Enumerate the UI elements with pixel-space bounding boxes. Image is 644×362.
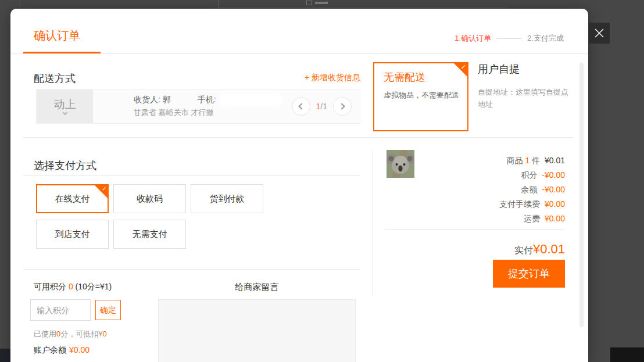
summary-row-fee: 支付手续费 ¥0.00 [499, 197, 565, 212]
points-confirm-button[interactable]: 确定 [95, 300, 121, 320]
payment-label: 在线支付 [55, 193, 90, 205]
goods-label: 商品 [506, 156, 523, 165]
page-title: 确认订单 [34, 28, 80, 44]
bg-page-text-remnant [315, 2, 328, 4]
merchant-message-label: 给商家留言 [158, 282, 356, 293]
summary-row-balance: 余额 -¥0.00 [499, 182, 565, 197]
bg-footer-right [610, 347, 644, 362]
step-confirm-order: 1.确认订单 [455, 33, 491, 44]
address-info: 收货人: 郭 手机: 甘肃省 嘉峪关市 才行撒 [93, 95, 292, 118]
checkout-steps: 1.确认订单 2.支付完成 [455, 33, 564, 44]
payment-label: 到店支付 [55, 229, 90, 240]
row-value: ¥0.00 [545, 214, 565, 223]
submit-order-button[interactable]: 提交订单 [493, 260, 565, 288]
option-title: 用户自提 [478, 62, 577, 76]
step-payment-complete: 2.支付完成 [527, 33, 564, 44]
delivery-option-self-pickup[interactable]: 用户自提 自提地址：这里填写自提点地址 [478, 62, 577, 131]
delivery-option-no-shipping[interactable]: 无需配送 虚拟物品，不需要配送 ✓ [373, 62, 468, 131]
points-used-line: 已使用0分，可抵扣¥0 [34, 329, 107, 339]
phone-label: 手机: [198, 95, 216, 104]
points-input[interactable] [30, 299, 91, 321]
bg-page-icon [306, 1, 312, 5]
row-value: ¥0.00 [545, 199, 565, 209]
chevron-down-icon [62, 110, 67, 114]
payment-cod-button[interactable]: 货到付款 [191, 184, 263, 213]
bg-page-rule [218, 8, 506, 8]
total-pages: /1 [320, 102, 327, 111]
total-value: ¥0.01 [533, 242, 565, 257]
bg-page-divider [20, 0, 20, 8]
summary-row-points: 积分 -¥0.00 [499, 168, 565, 182]
koala-product-thumbnail [387, 150, 414, 178]
check-icon: ✓ [461, 63, 466, 71]
points-rate: (10分=¥1) [76, 282, 112, 291]
add-address-link[interactable]: + 新增收货信息 [34, 73, 360, 83]
balance-value: ¥0.00 [69, 345, 90, 354]
points-label: 可用积分 [34, 282, 66, 291]
points-value: 0 [69, 282, 73, 291]
summary-goods-row: 商品 1 件 ¥0.01 [499, 153, 565, 168]
row-label: 余额 [521, 185, 537, 194]
total-payable-line: 实付 ¥0.01 [514, 242, 565, 257]
used-mid: 分，可抵扣¥ [60, 329, 102, 338]
close-icon [594, 28, 604, 38]
payment-label: 收款码 [137, 193, 163, 205]
total-label: 实付 [514, 245, 533, 257]
address-pager: 1/1 [292, 97, 352, 116]
order-summary: 商品 1 件 ¥0.01 积分 -¥0.00 余额 -¥0.00 支付手续费 ¥… [499, 153, 565, 226]
address-card[interactable]: 动上 收货人: 郭 手机: 甘肃省 嘉峪关市 才行撒 1/1 [36, 89, 360, 124]
address-consignee-line: 收货人: 郭 手机: [134, 95, 292, 105]
payment-none-button[interactable]: 无需支付 [113, 220, 186, 249]
payment-heading-divider [23, 175, 360, 176]
prev-address-button[interactable] [292, 97, 310, 116]
chevron-right-icon [338, 103, 345, 109]
address-page-indicator: 1/1 [316, 102, 327, 111]
address-tag-label: 动上 [54, 99, 76, 110]
payment-label: 无需支付 [133, 229, 167, 240]
payment-label: 货到付款 [210, 193, 245, 205]
payment-online-button[interactable]: 在线支付 ✓ [36, 184, 109, 213]
used-prefix: 已使用 [34, 329, 56, 338]
consignee-name: 收货人: 郭 [134, 95, 171, 104]
row-label: 支付手续费 [499, 199, 540, 209]
points-section-divider [23, 269, 360, 270]
row-label: 积分 [521, 170, 537, 180]
balance-label: 账户余额 [34, 345, 66, 354]
row-value: -¥0.00 [542, 185, 565, 194]
header-divider [10, 53, 588, 54]
account-balance-line: 账户余额¥0.00 [34, 345, 90, 356]
check-icon: ✓ [102, 185, 107, 192]
column-divider [373, 150, 373, 296]
deduct-amount: 0 [102, 329, 106, 338]
step-connector [496, 38, 522, 39]
goods-unit: 件 [532, 156, 540, 165]
row-label: 运费 [524, 214, 540, 223]
option-desc: 自提地址：这里填写自提点地址 [478, 86, 568, 110]
row-value: -¥0.00 [542, 170, 565, 180]
confirm-order-modal: 确认订单 1.确认订单 2.支付完成 配送方式 + 新增收货信息 动上 收货人:… [10, 9, 588, 362]
modal-scrollbar[interactable] [579, 63, 584, 327]
product-image [387, 150, 414, 178]
bg-footer-left [0, 349, 10, 362]
goods-count: 1 [525, 156, 529, 165]
available-points-line: 可用积分 0 (10分=¥1) [34, 282, 112, 292]
chevron-left-icon [298, 103, 305, 109]
payment-method-heading: 选择支付方式 [34, 159, 96, 173]
payment-methods: 在线支付 ✓ 收款码 货到付款 到店支付 无需支付 [36, 184, 280, 249]
bg-page-divider [218, 0, 219, 8]
payment-qrcode-button[interactable]: 收款码 [113, 184, 186, 213]
goods-price: ¥0.01 [545, 156, 565, 165]
close-button[interactable] [589, 23, 610, 44]
section-divider [23, 137, 573, 138]
merchant-message-textarea[interactable] [158, 299, 356, 362]
payment-instore-button[interactable]: 到店支付 [36, 220, 109, 249]
summary-row-shipping: 运费 ¥0.00 [499, 212, 565, 226]
option-title: 无需配送 [384, 70, 425, 84]
next-address-button[interactable] [333, 97, 352, 116]
total-divider [385, 229, 564, 230]
option-desc: 虚拟物品，不需要配送 [384, 90, 459, 101]
phone-number-redacted [220, 96, 281, 105]
address-tag-box: 动上 [37, 89, 93, 123]
address-region: 甘肃省 嘉峪关市 才行撒 [134, 107, 292, 118]
